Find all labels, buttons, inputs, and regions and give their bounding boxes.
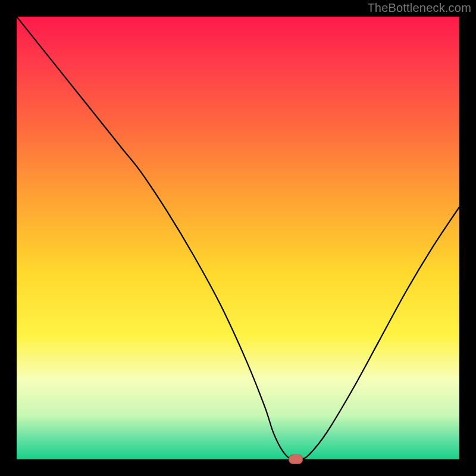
watermark-text: TheBottleneck.com <box>367 1 471 15</box>
gradient-background <box>17 17 459 459</box>
plot-area <box>17 17 459 459</box>
optimal-point-marker <box>289 455 303 464</box>
chart-container: TheBottleneck.com <box>0 0 476 476</box>
bottleneck-chart <box>17 17 459 459</box>
